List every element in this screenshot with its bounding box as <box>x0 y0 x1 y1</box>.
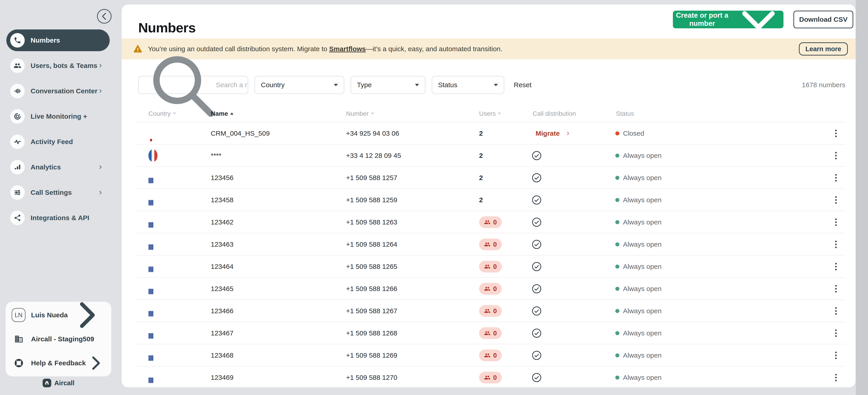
table-row[interactable]: 123464 +1 509 588 1265 0 Always open <box>122 256 856 278</box>
search-input[interactable] <box>215 81 248 89</box>
status-dot <box>615 220 619 224</box>
users-zero-badge: 0 <box>479 283 502 295</box>
status-cell: Always open <box>615 263 661 270</box>
kebab-menu-icon[interactable] <box>834 195 838 205</box>
kebab-menu-icon[interactable] <box>834 217 838 227</box>
kebab-menu-icon[interactable] <box>834 328 838 338</box>
users-icon <box>484 330 490 336</box>
kebab-menu-icon[interactable] <box>834 306 838 316</box>
sidebar-collapse-button[interactable] <box>97 9 112 24</box>
table-header: Country Name Number Users Call distribut… <box>122 105 856 122</box>
table-row[interactable]: 123462 +1 509 588 1263 0 Always open <box>122 211 856 233</box>
main-content: Numbers Create or port a number Download… <box>122 4 856 387</box>
sidebar-item-call-settings[interactable]: Call Settings <box>6 182 110 203</box>
users-icon <box>484 263 490 270</box>
status-label: Always open <box>623 174 661 182</box>
row-name: **** <box>211 152 221 160</box>
user-menu-item[interactable]: LN Luis Nueda <box>11 303 105 327</box>
sidebar-item-analytics[interactable]: Analytics <box>6 156 110 178</box>
row-number: +1 509 588 1266 <box>346 285 397 293</box>
row-name: CRM_004_HS_509 <box>211 130 270 137</box>
status-label: Always open <box>623 374 661 382</box>
table-row[interactable]: 123469 +1 509 588 1270 0 Always open <box>122 366 856 387</box>
lifebuoy-icon <box>14 359 23 368</box>
sidebar-nav: Numbers Users, bots & Teams Conversation… <box>6 29 110 232</box>
column-header-number[interactable]: Number <box>346 110 374 117</box>
reset-filters-button[interactable]: Reset <box>514 81 531 89</box>
table-row[interactable]: 123467 +1 509 588 1268 0 Always open <box>122 322 856 344</box>
status-dot <box>615 154 619 158</box>
kebab-menu-icon[interactable] <box>834 173 838 183</box>
network-icon <box>10 211 25 225</box>
table-row[interactable]: 123463 +1 509 588 1264 0 Always open <box>122 233 856 256</box>
users-zero-badge: 0 <box>479 261 502 272</box>
kebab-menu-icon[interactable] <box>834 372 838 383</box>
check-circle-icon <box>531 151 542 161</box>
kebab-menu-icon[interactable] <box>834 239 838 250</box>
type-filter-dropdown[interactable]: Type <box>350 76 425 94</box>
users-badge-count: 0 <box>493 263 497 270</box>
smartflows-link[interactable]: Smartflows <box>329 45 366 53</box>
status-dot <box>615 198 619 202</box>
table-row[interactable]: 123465 +1 509 588 1266 0 Always open <box>122 278 856 300</box>
users-icon <box>484 286 490 292</box>
row-number: +33 4 12 28 09 45 <box>346 152 401 160</box>
kebab-menu-icon[interactable] <box>834 350 838 361</box>
status-cell: Closed <box>615 130 644 137</box>
kebab-menu-icon[interactable] <box>834 151 838 161</box>
pulse-icon <box>10 135 25 149</box>
sidebar-item-numbers[interactable]: Numbers <box>6 29 110 51</box>
status-cell: Always open <box>615 285 661 293</box>
sidebar-item-live-monitoring[interactable]: Live Monitoring + <box>6 105 110 127</box>
row-name: 123463 <box>211 240 234 248</box>
download-csv-button[interactable]: Download CSV <box>794 11 853 28</box>
filter-bar: Country Type Status Reset 1678 numbers <box>138 76 845 94</box>
check-circle-icon <box>531 261 542 272</box>
table-body: CRM_004_HS_509 +34 925 94 03 06 2 Migrat… <box>122 122 856 387</box>
sidebar-item-conversation-center[interactable]: Conversation Center <box>6 80 110 102</box>
status-filter-dropdown[interactable]: Status <box>432 76 504 94</box>
check-circle-icon <box>531 284 542 294</box>
sidebar-item-activity-feed[interactable]: Activity Feed <box>6 131 110 153</box>
kebab-menu-icon[interactable] <box>834 262 838 272</box>
learn-more-button[interactable]: Learn more <box>799 42 848 56</box>
column-header-status: Status <box>616 110 634 117</box>
migrate-link[interactable]: Migrate <box>535 130 570 137</box>
status-label: Always open <box>623 240 661 248</box>
kebab-menu-icon[interactable] <box>834 128 838 139</box>
table-row[interactable]: **** +33 4 12 28 09 45 2 Always open <box>122 144 856 167</box>
chevron-right-icon <box>98 165 103 170</box>
sidebar-item-users-bots-teams[interactable]: Users, bots & Teams <box>6 55 110 76</box>
help-feedback-menu-item[interactable]: Help & Feedback <box>11 351 105 375</box>
users-badge-count: 0 <box>493 285 497 293</box>
user-name: Luis Nueda <box>31 311 68 319</box>
sort-down-icon <box>371 112 374 114</box>
kebab-menu-icon[interactable] <box>834 284 838 294</box>
table-row[interactable]: 123468 +1 509 588 1269 0 Always open <box>122 344 856 366</box>
row-name: 123467 <box>211 329 234 337</box>
page-title: Numbers <box>138 20 195 36</box>
table-row[interactable]: 123456 +1 509 588 1257 2 Always open <box>122 167 856 189</box>
check-circle-icon <box>531 306 542 316</box>
sidebar-item-integrations-api[interactable]: Integrations & API <box>6 207 110 229</box>
table-row[interactable]: 123466 +1 509 588 1267 0 Always open <box>122 300 856 322</box>
status-label: Always open <box>623 218 661 226</box>
users-badge-count: 0 <box>493 352 497 359</box>
numbers-count: 1678 numbers <box>802 81 845 89</box>
flag-fr-icon <box>149 149 157 162</box>
column-header-name[interactable]: Name <box>211 110 234 117</box>
column-header-users[interactable]: Users <box>479 110 501 117</box>
scrollbar-track[interactable] <box>856 0 868 395</box>
table-row[interactable]: CRM_004_HS_509 +34 925 94 03 06 2 Migrat… <box>122 122 856 144</box>
chevron-right-icon <box>566 131 570 136</box>
check-circle-icon <box>531 372 542 383</box>
status-label: Always open <box>623 307 661 315</box>
row-name: 123464 <box>211 263 234 270</box>
status-label: Closed <box>623 130 644 137</box>
table-row[interactable]: 123458 +1 509 588 1259 2 Always open <box>122 189 856 211</box>
country-filter-dropdown[interactable]: Country <box>254 76 344 94</box>
column-header-country[interactable]: Country <box>149 110 176 117</box>
create-or-port-number-button[interactable]: Create or port a number <box>673 11 783 28</box>
users-badge-count: 0 <box>493 241 497 248</box>
status-label: Always open <box>623 285 661 293</box>
